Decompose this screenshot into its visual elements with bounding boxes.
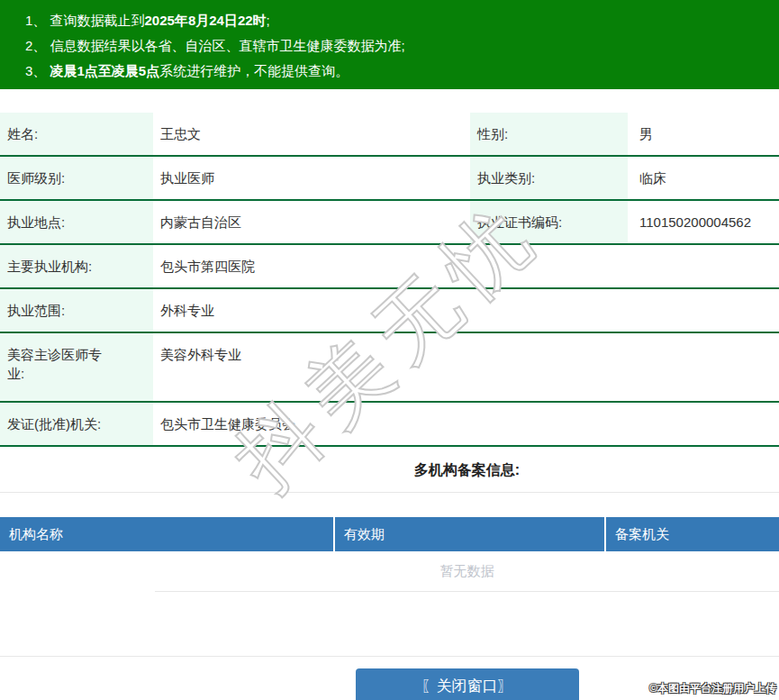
section-title: 多机构备案信息:	[414, 462, 520, 477]
field-value-name: 王忠文	[153, 113, 470, 155]
notice-line-3: 3、 凌晨1点至凌晨5点系统进行维护，不能提供查询。	[25, 59, 770, 84]
field-label-certificate-number: 执业证书编码:	[470, 201, 628, 243]
upload-credit-watermark: ©本图由平台注册用户上传	[649, 681, 776, 696]
table-row: 执业地点: 内蒙古自治区 执业证书编码: 110150200004562	[0, 201, 779, 245]
field-label-practice-category: 执业类别:	[470, 157, 628, 199]
field-value-doctor-level: 执业医师	[153, 157, 470, 199]
close-window-button[interactable]: 〖关闭窗口〗	[356, 668, 579, 700]
field-value-issuing-authority: 包头市卫生健康委员会	[153, 403, 470, 445]
field-label-practice-scope: 执业范围:	[0, 289, 153, 332]
multi-org-section-header: 多机构备案信息:	[0, 447, 779, 493]
column-header-institution-name: 机构名称	[0, 517, 335, 551]
field-value-certificate-number: 110150200004562	[628, 201, 779, 243]
field-value-practice-scope: 外科专业	[153, 289, 470, 332]
field-label-doctor-level: 医师级别:	[0, 157, 153, 199]
column-header-validity-period: 有效期	[335, 517, 606, 551]
field-value-main-institution: 包头市第四医院	[153, 245, 470, 287]
table-row: 医师级别: 执业医师 执业类别: 临床	[0, 157, 779, 201]
field-label-gender: 性别:	[470, 113, 628, 155]
empty-data-message: 暂无数据	[155, 551, 779, 592]
table-row: 发证(批准)机关: 包头市卫生健康委员会	[0, 403, 779, 447]
notice-line-2: 2、 信息数据结果以各省、自治区、直辖市卫生健康委数据为准;	[25, 33, 770, 59]
field-label-main-institution: 主要执业机构:	[0, 245, 153, 287]
field-label-name: 姓名:	[0, 113, 153, 155]
table-row: 姓名: 王忠文 性别: 男	[0, 113, 779, 157]
field-value-practice-location: 内蒙古自治区	[153, 201, 470, 243]
divider	[0, 592, 779, 657]
notice-line-1: 1、 查询数据截止到2025年8月24日22时;	[25, 8, 770, 33]
table-row: 美容主诊医师专业: 美容外科专业	[0, 333, 779, 403]
field-value-practice-category: 临床	[628, 157, 779, 199]
field-label-cosmetic-specialty: 美容主诊医师专业:	[0, 333, 153, 401]
notice-banner: 1、 查询数据截止到2025年8月24日22时; 2、 信息数据结果以各省、自治…	[0, 0, 779, 89]
field-value-cosmetic-specialty: 美容外科专业	[153, 333, 470, 401]
org-table-header: 机构名称 有效期 备案机关	[0, 517, 779, 551]
field-label-issuing-authority: 发证(批准)机关:	[0, 403, 153, 445]
doctor-info-table: 姓名: 王忠文 性别: 男 医师级别: 执业医师 执业类别: 临床 执业地点: …	[0, 113, 779, 447]
table-row: 执业范围: 外科专业	[0, 289, 779, 333]
table-row: 主要执业机构: 包头市第四医院	[0, 245, 779, 289]
field-value-gender: 男	[628, 113, 779, 155]
field-label-practice-location: 执业地点:	[0, 201, 153, 243]
column-header-filing-authority: 备案机关	[606, 517, 779, 551]
